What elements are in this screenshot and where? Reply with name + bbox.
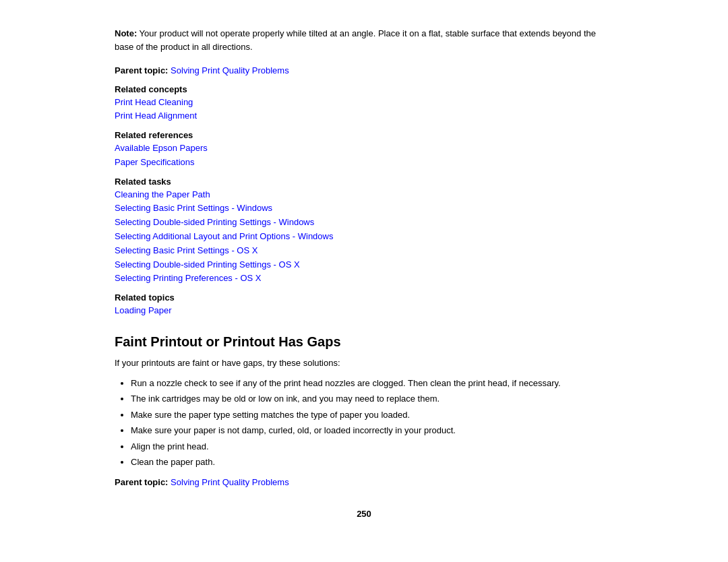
parent-topic-bottom: Parent topic: Solving Print Quality Prob… [115,476,613,489]
related-references-label: Related references [115,130,613,140]
note-bold: Note: [115,28,137,38]
bullet-item-0: Run a nozzle check to see if any of the … [131,377,613,390]
related-concepts-link-1[interactable]: Print Head Alignment [115,109,613,123]
note-body: Your product will not operate properly w… [115,28,596,52]
parent-topic-bottom-label: Parent topic: [115,477,168,487]
page-number: 250 [115,509,613,519]
related-references-link-0[interactable]: Available Epson Papers [115,142,613,156]
related-tasks-label: Related tasks [115,177,613,187]
related-topics-link-0[interactable]: Loading Paper [115,304,613,318]
related-topics-label: Related topics [115,292,613,303]
note-paragraph: Note: Your product will not operate prop… [115,27,613,53]
bullet-item-5: Clean the paper path. [131,456,613,469]
related-tasks-link-6[interactable]: Selecting Printing Preferences - OS X [115,272,613,286]
related-tasks-link-4[interactable]: Selecting Basic Print Settings - OS X [115,244,613,258]
related-tasks-link-2[interactable]: Selecting Double-sided Printing Settings… [115,216,613,230]
related-references-block: Related references Available Epson Paper… [115,130,613,170]
related-tasks-block: Related tasks Cleaning the Paper Path Se… [115,177,613,286]
solutions-list: Run a nozzle check to see if any of the … [131,377,613,469]
related-tasks-link-3[interactable]: Selecting Additional Layout and Print Op… [115,230,613,244]
parent-topic-top-link[interactable]: Solving Print Quality Problems [171,65,289,75]
main-section-heading: Faint Printout or Printout Has Gaps [115,334,613,350]
parent-topic-bottom-link[interactable]: Solving Print Quality Problems [171,477,289,487]
page-container: Note: Your product will not operate prop… [101,0,627,546]
related-topics-block: Related topics Loading Paper [115,292,613,318]
related-concepts-block: Related concepts Print Head Cleaning Pri… [115,84,613,124]
related-concepts-label: Related concepts [115,84,613,94]
related-references-link-1[interactable]: Paper Specifications [115,156,613,170]
related-tasks-link-0[interactable]: Cleaning the Paper Path [115,188,613,202]
parent-topic-top: Parent topic: Solving Print Quality Prob… [115,64,613,77]
parent-topic-label: Parent topic: [115,65,168,75]
related-concepts-link-0[interactable]: Print Head Cleaning [115,96,613,110]
bullet-item-3: Make sure your paper is not damp, curled… [131,424,613,437]
bullet-item-4: Align the print head. [131,440,613,454]
intro-text: If your printouts are faint or have gaps… [115,356,613,370]
related-tasks-link-5[interactable]: Selecting Double-sided Printing Settings… [115,258,613,272]
bullet-item-2: Make sure the paper type setting matches… [131,408,613,422]
related-tasks-link-1[interactable]: Selecting Basic Print Settings - Windows [115,201,613,216]
bullet-item-1: The ink cartridges may be old or low on … [131,392,613,406]
